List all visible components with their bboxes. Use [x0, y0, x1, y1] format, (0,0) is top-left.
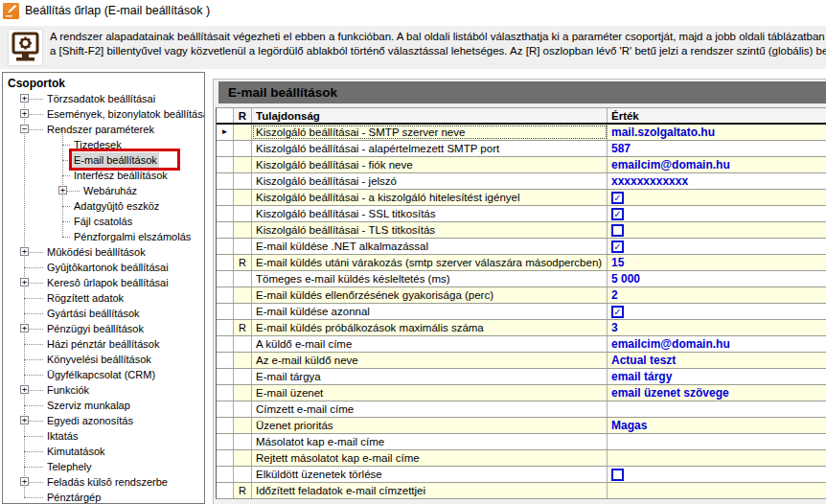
value-cell[interactable] [608, 467, 826, 482]
value-cell[interactable] [608, 401, 826, 417]
property-cell[interactable]: Üzenet prioritás [252, 418, 608, 433]
tree-item[interactable]: +Webáruház [3, 183, 204, 198]
row-pointer-icon[interactable]: ► [217, 125, 234, 140]
tree-item[interactable]: +Feladás külsô rendszerbe [3, 474, 204, 490]
property-cell[interactable]: E-mail küldés próbálkozások maximális sz… [252, 320, 608, 335]
expand-icon[interactable]: + [20, 416, 29, 424]
row-selector-cell[interactable] [217, 222, 234, 238]
property-cell[interactable]: Kiszolgáló beállításai - jelszó [252, 173, 608, 189]
property-cell[interactable]: Kiszolgáló beállításai - TLS titkosítás [252, 222, 608, 238]
property-cell[interactable]: Kiszolgáló beállításai - SMTP szerver ne… [252, 125, 608, 140]
value-cell[interactable]: emailcim@domain.hu [608, 157, 826, 172]
settings-row[interactable]: Kiszolgáló beállításai - fiók neveemailc… [217, 157, 826, 173]
settings-row[interactable]: E-mail tárgyaemail tárgy [217, 369, 826, 385]
property-cell[interactable]: Időzített feladatok e-mail címzettjei [252, 483, 608, 498]
value-cell[interactable]: 587 [608, 141, 826, 156]
row-selector-cell[interactable] [217, 418, 234, 433]
tree-item[interactable]: +Törzsadatok beállításai [3, 91, 204, 106]
property-cell[interactable]: E-mail küldése .NET alkalmazással [252, 239, 608, 254]
property-cell[interactable]: Kiszolgáló beállításai - fiók neve [252, 157, 608, 172]
expand-icon[interactable]: + [58, 186, 67, 195]
value-cell[interactable]: ✓ [608, 304, 826, 319]
tree-item[interactable]: Adatgyûjtô eszköz [3, 198, 204, 214]
property-cell[interactable]: Címzett e-mail címe [252, 401, 608, 417]
row-selector-cell[interactable] [217, 206, 234, 221]
settings-row[interactable]: E-mail küldés ellenőrzésének gyakorisága… [217, 287, 826, 304]
value-cell[interactable]: xxxxxxxxxxxx [608, 173, 826, 189]
tree-item[interactable]: +Funkciók [3, 382, 204, 398]
tree-item[interactable]: −Rendszer paraméterek [3, 122, 204, 137]
settings-row[interactable]: Kiszolgáló beállításai - TLS titkosítás [217, 222, 826, 239]
settings-row[interactable]: Elküldött üzenetek törlése [217, 467, 826, 483]
settings-row[interactable]: ►Kiszolgáló beállításai - SMTP szerver n… [217, 125, 826, 141]
tree-item[interactable]: Telephely [3, 459, 204, 474]
settings-row[interactable]: Tömeges e-mail küldés késleltetés (ms)5 … [217, 271, 826, 287]
settings-row[interactable]: Másolatot kap e-mail címe [217, 434, 826, 450]
row-selector-cell[interactable] [217, 157, 234, 172]
row-selector-cell[interactable] [217, 141, 234, 156]
settings-row[interactable]: RE-mail küldés utáni várakozás (smtp sze… [217, 255, 826, 271]
row-selector-cell[interactable] [217, 401, 234, 417]
expand-icon[interactable]: + [20, 94, 29, 103]
expand-icon[interactable]: + [20, 385, 29, 394]
value-cell[interactable]: 3 [608, 320, 826, 335]
tree-item[interactable]: Iktatás [3, 428, 204, 444]
property-cell[interactable]: Másolatot kap e-mail címe [252, 434, 608, 449]
checkbox-checked-icon[interactable]: ✓ [611, 241, 624, 253]
settings-row[interactable]: Kiszolgáló beállításai - jelszóxxxxxxxxx… [217, 173, 826, 190]
value-cell[interactable]: 5 000 [608, 271, 826, 286]
value-cell[interactable]: ✓ [608, 206, 826, 221]
tree-item[interactable]: Tizedesek [3, 137, 204, 152]
settings-row[interactable]: RIdőzített feladatok e-mail címzettjei [217, 483, 826, 499]
row-selector-cell[interactable] [217, 173, 234, 189]
row-selector-cell[interactable] [217, 369, 234, 384]
settings-row[interactable]: Kiszolgáló beállításai - SSL titkosítás✓ [217, 206, 826, 222]
settings-row[interactable]: Rejtett másolatot kap e-mail címe [217, 450, 826, 467]
value-cell[interactable]: 2 [608, 287, 826, 303]
expand-icon[interactable]: + [20, 324, 29, 332]
value-cell[interactable]: Actual teszt [608, 353, 826, 368]
tree-item[interactable]: +Események, bizonylatok beállításai [3, 106, 204, 122]
value-cell[interactable] [608, 222, 826, 238]
tree-item[interactable]: Rögzített adatok [3, 290, 204, 306]
settings-row[interactable]: Kiszolgáló beállításai - alapértelmezett… [217, 141, 826, 157]
settings-row[interactable]: A küldő e-mail címeemailcim@domain.hu [217, 336, 826, 353]
value-cell[interactable]: email üzenet szövege [608, 385, 826, 401]
row-selector-cell[interactable] [217, 385, 234, 401]
row-selector-cell[interactable] [217, 320, 234, 335]
tree-item[interactable]: Interfész beállítások [3, 168, 204, 183]
settings-row[interactable]: E-mail küldése azonnal✓ [217, 304, 826, 320]
row-selector-cell[interactable] [217, 304, 234, 319]
value-cell[interactable] [608, 483, 826, 498]
tree-item[interactable]: Szerviz munkalap [3, 398, 204, 413]
value-cell[interactable]: ✓ [608, 190, 826, 205]
tree-item[interactable]: Fájl csatolás [3, 214, 204, 229]
tree-item[interactable]: +Keresô ûrlapok beállításai [3, 275, 204, 290]
settings-row[interactable]: Az e-mail küldő neveActual teszt [217, 353, 826, 369]
checkbox-unchecked-icon[interactable] [611, 469, 624, 481]
value-cell[interactable]: email tárgy [608, 369, 826, 384]
row-selector-cell[interactable] [217, 239, 234, 254]
property-cell[interactable]: Rejtett másolatot kap e-mail címe [252, 450, 608, 466]
expand-icon[interactable]: + [20, 477, 29, 486]
tree-item[interactable]: Könyvelési beállítások [3, 352, 204, 367]
expand-icon[interactable]: + [20, 247, 29, 256]
value-cell[interactable]: Magas [608, 418, 826, 433]
tree-item[interactable]: Házi pénztár beállítások [3, 336, 204, 352]
property-cell[interactable]: E-mail tárgya [252, 369, 608, 384]
property-cell[interactable]: E-mail küldés utáni várakozás (smtp szer… [252, 255, 608, 270]
collapse-icon[interactable]: − [20, 125, 29, 133]
value-cell[interactable] [608, 434, 826, 449]
row-selector-cell[interactable] [217, 190, 234, 205]
property-cell[interactable]: Tömeges e-mail küldés késleltetés (ms) [252, 271, 608, 286]
tree-item[interactable]: +Pénzügyi beállítások [3, 321, 204, 336]
row-selector-cell[interactable] [217, 287, 234, 303]
tree-item[interactable]: +Mûködési beállítások [3, 244, 204, 260]
property-cell[interactable]: Kiszolgáló beállításai - a kiszolgáló hi… [252, 190, 608, 205]
property-cell[interactable]: Kiszolgáló beállításai - SSL titkosítás [252, 206, 608, 221]
settings-row[interactable]: E-mail küldése .NET alkalmazással✓ [217, 239, 826, 255]
row-selector-cell[interactable] [217, 271, 234, 286]
tree-item[interactable]: Ügyfélkapcsolat (CRM) [3, 367, 204, 382]
expand-icon[interactable]: + [20, 278, 29, 286]
settings-row[interactable]: E-mail üzenetemail üzenet szövege [217, 385, 826, 401]
